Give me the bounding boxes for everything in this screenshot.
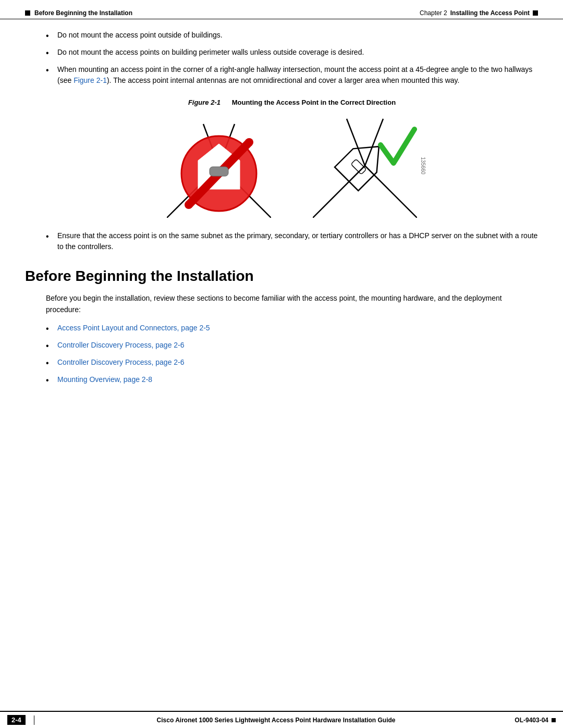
list-item: Ensure that the access point is on the s… (46, 230, 538, 252)
header-right: Chapter 2 Installing the Access Point (420, 9, 538, 17)
top-bullet-list: Do not mount the access point outside of… (25, 30, 538, 86)
list-item: Controller Discovery Process, page 2-6 (46, 357, 538, 368)
svg-line-13 (365, 119, 383, 166)
figure-images: 135660 (46, 114, 538, 218)
list-item: Controller Discovery Process, page 2-6 (46, 340, 538, 351)
page-footer: 2-4 Cisco Aironet 1000 Series Lightweigh… (0, 711, 563, 728)
svg-rect-10 (210, 167, 228, 176)
list-item: Do not mount the access points on buildi… (46, 47, 538, 58)
figure-caption: Figure 2-1 Mounting the Access Point in … (46, 98, 538, 106)
list-item: Mounting Overview, page 2-8 (46, 374, 538, 385)
svg-line-14 (347, 119, 365, 166)
chapter-title: Installing the Access Point (450, 9, 530, 17)
page-number: 2-4 (7, 715, 26, 725)
footer-left: 2-4 (7, 715, 38, 725)
figure-container: Figure 2-1 Mounting the Access Point in … (46, 98, 538, 218)
header-square-icon (25, 10, 30, 16)
footer-center-text: Cisco Aironet 1000 Series Lightweight Ac… (38, 717, 515, 724)
svg-line-12 (365, 166, 417, 218)
footer-right: OL-9403-04 (515, 717, 556, 724)
list-item: When mounting an access point in the cor… (46, 64, 538, 86)
link-controller-discovery-1[interactable]: Controller Discovery Process, page 2-6 (57, 341, 185, 349)
footer-doc-number: OL-9403-04 (515, 717, 548, 724)
list-item: Do not mount the access point outside of… (46, 30, 538, 41)
page-header: Before Beginning the Installation Chapte… (0, 0, 563, 19)
link-controller-discovery-2[interactable]: Controller Discovery Process, page 2-6 (57, 358, 185, 366)
svg-rect-16 (351, 159, 366, 175)
correct-mount-figure: 135660 (313, 114, 417, 218)
svg-point-9 (245, 138, 253, 146)
svg-point-8 (185, 201, 193, 209)
link-mounting-overview[interactable]: Mounting Overview, page 2-8 (57, 375, 152, 384)
list-item: Access Point Layout and Connectors, page… (46, 323, 538, 334)
svg-line-11 (313, 166, 365, 218)
chapter-label: Chapter 2 (420, 9, 447, 17)
no-mount-figure (167, 114, 271, 218)
header-square-right-icon (533, 10, 538, 16)
section-heading: Before Beginning the Installation (25, 268, 538, 285)
figure-number: Figure 2-1 (188, 98, 221, 106)
figure-id-label: 135660 (420, 157, 426, 174)
header-section-title: Before Beginning the Installation (34, 9, 132, 17)
links-list: Access Point Layout and Connectors, page… (25, 323, 538, 385)
figure-link[interactable]: Figure 2-1 (74, 76, 107, 84)
section-intro: Before you begin the installation, revie… (25, 293, 538, 315)
figure-title: Mounting the Access Point in the Correct… (232, 98, 396, 106)
link-access-point-layout[interactable]: Access Point Layout and Connectors, page… (57, 324, 210, 332)
header-left: Before Beginning the Installation (25, 9, 132, 17)
main-content: Do not mount the access point outside of… (0, 19, 563, 385)
footer-square-icon (552, 718, 556, 722)
bottom-bullet-list: Ensure that the access point is on the s… (25, 230, 538, 252)
